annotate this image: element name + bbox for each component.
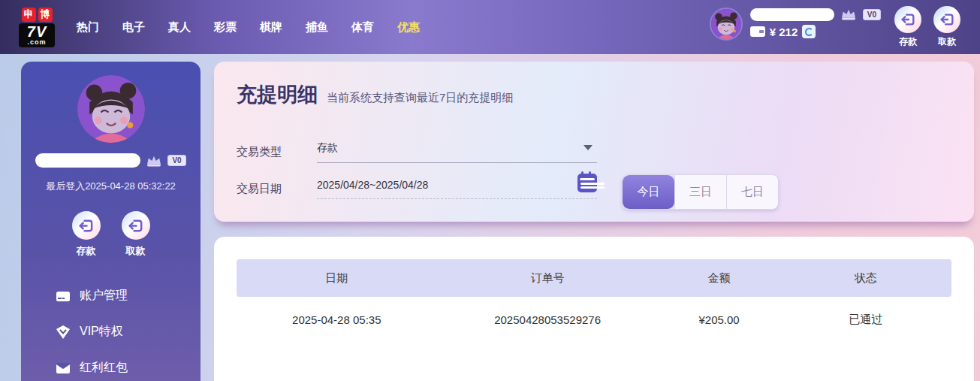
nav-item-slots[interactable]: 电子 xyxy=(122,20,145,35)
crown-icon xyxy=(839,8,858,21)
vip-icon xyxy=(56,325,71,340)
user-cluster: V0 ¥ 212 xyxy=(710,8,881,41)
nav-item-hot[interactable]: 热门 xyxy=(77,20,99,35)
nav-item-lottery[interactable]: 彩票 xyxy=(214,20,237,35)
logo-text: 7V xyxy=(19,24,55,39)
deposit-button[interactable]: 存款 xyxy=(894,6,921,48)
sidebar-deposit-label: 存款 xyxy=(77,244,96,258)
logo-badge-1: 申 xyxy=(22,8,36,22)
deposit-label: 存款 xyxy=(899,35,917,48)
deposit-icon xyxy=(72,211,101,240)
username-redacted xyxy=(750,8,834,21)
top-nav: 申 博 7V .com 热门 电子 真人 彩票 棋牌 捕鱼 体育 优惠 V0 xyxy=(0,0,980,54)
site-logo[interactable]: 申 博 7V .com xyxy=(18,8,56,47)
range-today-button[interactable]: 今日 xyxy=(623,175,674,209)
envelope-icon xyxy=(56,361,71,376)
sidebar-item-label: 红利红包 xyxy=(80,360,128,376)
page-subtitle: 当前系统支持查询最近7日的充提明细 xyxy=(327,91,513,105)
balance-amount: ¥ 212 xyxy=(770,26,798,38)
transaction-type-select[interactable]: 存款 xyxy=(317,141,597,163)
range-3days-button[interactable]: 三日 xyxy=(674,175,726,209)
sidebar-item-label: VIP特权 xyxy=(80,324,123,340)
sidebar-item-label: 账户管理 xyxy=(80,288,128,304)
balance-row: ¥ 212 xyxy=(750,25,881,38)
panel-title-row: 充提明细 当前系统支持查询最近7日的充提明细 xyxy=(214,62,974,108)
cell-status: 已通过 xyxy=(779,313,951,327)
date-range-input[interactable]: 2025/04/28~2025/04/28 xyxy=(317,179,597,199)
column-amount: 金额 xyxy=(659,271,780,286)
sidebar-username-row: V0 xyxy=(21,153,201,168)
cell-order-no: 20250428053529276 xyxy=(437,313,659,326)
withdraw-icon xyxy=(933,6,960,33)
sidebar: V0 最后登入2025-04-28 05:32:22 存款 取款 账户管理 xyxy=(21,62,201,381)
column-order-no: 订单号 xyxy=(437,271,659,286)
transaction-date-row: 交易日期 2025/04/28~2025/04/28 xyxy=(237,179,597,199)
range-7days-button[interactable]: 七日 xyxy=(726,175,778,209)
cell-amount: ¥205.00 xyxy=(659,313,780,326)
username-row: V0 xyxy=(750,8,881,21)
chevron-down-icon xyxy=(583,145,593,150)
quick-range-group: 今日 三日 七日 xyxy=(622,174,779,210)
sidebar-withdraw-label: 取款 xyxy=(126,244,146,258)
sidebar-username-redacted xyxy=(35,153,140,168)
table-header: 日期 订单号 金额 状态 xyxy=(237,259,951,297)
sidebar-item-bonus[interactable]: 红利红包 xyxy=(56,360,201,376)
calendar-icon[interactable] xyxy=(577,174,597,192)
sidebar-vip-badge: V0 xyxy=(167,155,185,166)
table-row: 2025-04-28 05:35 20250428053529276 ¥205.… xyxy=(237,297,951,342)
last-login-text: 最后登入2025-04-28 05:32:22 xyxy=(21,180,201,193)
sidebar-item-account[interactable]: 账户管理 xyxy=(56,288,201,304)
transaction-type-value: 存款 xyxy=(317,141,338,153)
logo-badge-2: 博 xyxy=(38,8,53,22)
withdraw-label: 取款 xyxy=(938,35,956,48)
profile-avatar xyxy=(77,75,145,143)
sidebar-item-vip[interactable]: VIP特权 xyxy=(56,324,201,340)
withdraw-icon xyxy=(122,211,150,240)
sidebar-menu: 账户管理 VIP特权 红利红包 xyxy=(56,288,201,376)
user-info: V0 ¥ 212 xyxy=(750,8,881,38)
column-status: 状态 xyxy=(779,271,951,286)
transaction-type-row: 交易类型 存款 xyxy=(237,141,597,163)
nav-quick-actions: 存款 取款 xyxy=(894,6,960,48)
avatar[interactable] xyxy=(710,8,743,41)
sidebar-quick-actions: 存款 取款 xyxy=(21,211,201,258)
refresh-icon xyxy=(805,28,813,36)
crown-icon xyxy=(144,154,164,168)
deposit-icon xyxy=(894,6,921,33)
nav-item-promos[interactable]: 优惠 xyxy=(397,20,420,35)
transaction-type-label: 交易类型 xyxy=(237,145,317,159)
withdraw-button[interactable]: 取款 xyxy=(933,6,960,48)
nav-item-fishing[interactable]: 捕鱼 xyxy=(306,20,328,35)
transaction-date-label: 交易日期 xyxy=(237,182,317,196)
main-menu: 热门 电子 真人 彩票 棋牌 捕鱼 体育 优惠 xyxy=(77,20,420,35)
cell-date: 2025-04-28 05:35 xyxy=(237,313,437,326)
page-title: 充提明细 xyxy=(237,81,318,108)
nav-item-live[interactable]: 真人 xyxy=(168,20,191,35)
sidebar-deposit-button[interactable]: 存款 xyxy=(72,211,101,258)
wallet-icon xyxy=(750,26,765,37)
logo-badges: 申 博 xyxy=(22,8,53,22)
vip-level-badge: V0 xyxy=(863,9,881,20)
column-date: 日期 xyxy=(237,271,437,286)
sidebar-withdraw-button[interactable]: 取款 xyxy=(122,211,150,258)
logo-tld: .com xyxy=(19,39,55,46)
refresh-balance-button[interactable] xyxy=(802,25,816,38)
records-panel: 日期 订单号 金额 状态 2025-04-28 05:35 2025042805… xyxy=(214,237,974,381)
filter-panel: 充提明细 当前系统支持查询最近7日的充提明细 交易类型 存款 交易日期 2025… xyxy=(214,62,974,222)
nav-item-sports[interactable]: 体育 xyxy=(351,20,374,35)
date-range-value: 2025/04/28~2025/04/28 xyxy=(317,179,428,191)
card-icon xyxy=(56,289,71,304)
logo-box: 7V .com xyxy=(19,23,55,47)
nav-item-cards[interactable]: 棋牌 xyxy=(260,20,282,35)
